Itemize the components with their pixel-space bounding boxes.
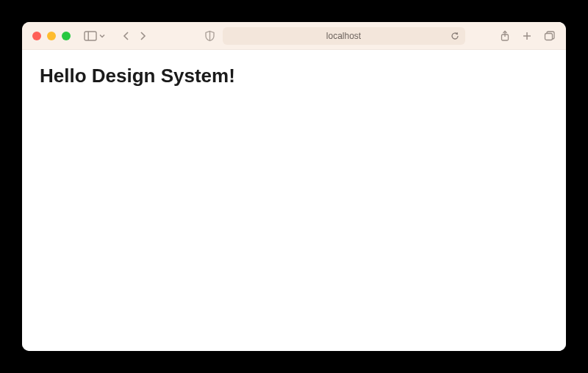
toolbar-right: [500, 30, 556, 42]
svg-rect-0: [85, 32, 96, 40]
close-window-icon[interactable]: [32, 32, 41, 40]
reload-icon[interactable]: [451, 32, 459, 40]
address-bar[interactable]: localhost: [223, 27, 465, 45]
privacy-shield-icon[interactable]: [204, 30, 215, 42]
page-heading: Hello Design System!: [40, 65, 548, 87]
chevron-down-icon[interactable]: [98, 32, 106, 40]
browser-window: localhost: [22, 22, 566, 351]
fullscreen-window-icon[interactable]: [62, 32, 71, 40]
navigation-group: [122, 31, 147, 41]
sidebar-icon[interactable]: [84, 31, 97, 41]
svg-rect-7: [545, 33, 553, 40]
address-text: localhost: [326, 31, 361, 41]
forward-button[interactable]: [138, 31, 147, 41]
tab-overview-icon[interactable]: [544, 31, 556, 41]
new-tab-icon[interactable]: [522, 31, 532, 41]
window-controls: [32, 32, 71, 40]
address-bar-wrap: localhost: [188, 27, 481, 45]
page-content: Hello Design System!: [22, 50, 566, 351]
titlebar: localhost: [22, 22, 566, 50]
back-button[interactable]: [122, 31, 131, 41]
share-icon[interactable]: [500, 30, 510, 42]
sidebar-toggle-group: [84, 31, 106, 41]
minimize-window-icon[interactable]: [47, 32, 56, 40]
